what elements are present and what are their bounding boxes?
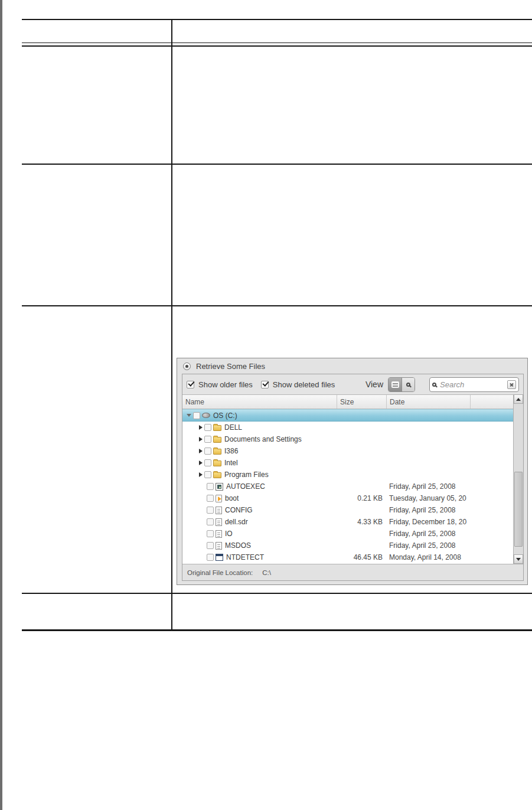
- list-item[interactable]: dell.sdr4.33 KBFriday, December 18, 20: [182, 516, 513, 528]
- list-item[interactable]: DELL: [182, 422, 513, 433]
- list-item[interactable]: boot0.21 KBTuesday, January 05, 20: [182, 492, 513, 504]
- status-value: C:\: [262, 569, 271, 576]
- collapse-arrow-icon[interactable]: [199, 425, 203, 430]
- file-name: DELL: [224, 423, 337, 432]
- drive-icon: [202, 413, 210, 418]
- column-header-date[interactable]: Date: [386, 395, 470, 409]
- scrollbar-thumb[interactable]: [514, 472, 523, 547]
- show-deleted-label: Show deleted files: [273, 380, 335, 389]
- system-icon: [216, 483, 223, 491]
- text-icon: [216, 542, 222, 550]
- expand-arrow-icon[interactable]: [187, 414, 191, 417]
- window-icon: [216, 554, 223, 561]
- file-date: Monday, April 14, 2008: [386, 553, 470, 561]
- collapse-arrow-icon[interactable]: [199, 472, 203, 477]
- search-input[interactable]: [439, 380, 505, 390]
- status-bar: Original File Location: C:\: [182, 564, 523, 580]
- scroll-down-icon: [516, 558, 521, 561]
- file-date: Friday, April 25, 2008: [386, 541, 470, 550]
- row-checkbox[interactable]: [207, 495, 214, 502]
- show-older-checkbox[interactable]: [187, 381, 194, 388]
- text-icon: [216, 530, 222, 538]
- list-item[interactable]: OS (C:): [182, 409, 513, 422]
- page-edge-bar: [0, 0, 2, 810]
- row-checkbox[interactable]: [207, 507, 214, 514]
- list-main: Name Size Date OS (C:)DELLDocuments and …: [182, 394, 513, 564]
- collapse-arrow-icon[interactable]: [199, 449, 203, 453]
- scroll-down-button[interactable]: [514, 554, 523, 564]
- row-checkbox[interactable]: [204, 424, 211, 431]
- row-checkbox[interactable]: [193, 412, 200, 419]
- list-item[interactable]: MSDOSFriday, April 25, 2008: [182, 540, 513, 551]
- file-date: Friday, April 25, 2008: [386, 482, 470, 491]
- folder-icon: [213, 449, 221, 455]
- search-view-button[interactable]: [402, 378, 414, 391]
- list-item[interactable]: Documents and Settings: [182, 433, 513, 445]
- row-checkbox[interactable]: [207, 483, 214, 490]
- list-area: Name Size Date OS (C:)DELLDocuments and …: [182, 394, 523, 564]
- file-date: Tuesday, January 05, 20: [386, 494, 470, 502]
- folder-icon: [213, 425, 221, 431]
- magnifier-icon: [406, 383, 410, 387]
- list-item[interactable]: CONFIGFriday, April 25, 2008: [182, 504, 513, 516]
- list-item[interactable]: Program Files: [182, 469, 513, 481]
- clear-search-button[interactable]: [507, 380, 516, 389]
- row-checkbox[interactable]: [204, 436, 211, 443]
- search-box: [429, 377, 519, 392]
- table-rule: [22, 45, 532, 47]
- column-header-name[interactable]: Name: [182, 395, 337, 409]
- row-checkbox[interactable]: [204, 471, 211, 478]
- scrollbar: [513, 394, 523, 564]
- list-view-icon: [391, 381, 399, 388]
- list-item[interactable]: NTDETECT46.45 KBMonday, April 14, 2008: [182, 551, 513, 563]
- table-rule: [22, 305, 532, 306]
- manual-page: Retrieve Some Files Show older files Sho…: [0, 0, 532, 810]
- collapse-arrow-icon[interactable]: [199, 437, 203, 442]
- table-rule: [22, 593, 532, 594]
- panel-title-row: Retrieve Some Files: [177, 358, 527, 374]
- file-date: Friday, April 25, 2008: [386, 530, 470, 538]
- table-rule: [22, 43, 532, 43]
- list-item[interactable]: I386: [182, 445, 513, 457]
- file-date: Friday, December 18, 20: [386, 518, 470, 526]
- list-item[interactable]: Intel: [182, 457, 513, 469]
- panel-title: Retrieve Some Files: [196, 362, 265, 371]
- file-name: MSDOS: [225, 541, 337, 550]
- scroll-up-button[interactable]: [514, 394, 523, 404]
- row-checkbox[interactable]: [207, 530, 214, 537]
- list-item[interactable]: IOFriday, April 25, 2008: [182, 528, 513, 540]
- row-checkbox[interactable]: [207, 542, 214, 549]
- file-name: dell.sdr: [225, 518, 337, 526]
- scrollbar-track[interactable]: [514, 404, 523, 554]
- column-header-size[interactable]: Size: [337, 395, 386, 409]
- row-checkbox[interactable]: [207, 554, 214, 561]
- folder-icon: [213, 437, 221, 443]
- filter-toolbar: Show older files Show deleted files View: [182, 374, 523, 394]
- retrieve-files-panel: Retrieve Some Files Show older files Sho…: [177, 358, 528, 585]
- panel-body: Show older files Show deleted files View: [182, 374, 524, 581]
- folder-icon: [213, 460, 221, 466]
- file-name: I386: [224, 447, 337, 455]
- file-name: Documents and Settings: [224, 435, 337, 443]
- collapse-arrow-icon[interactable]: [199, 460, 203, 465]
- status-label: Original File Location:: [187, 569, 253, 576]
- file-size: 4.33 KB: [337, 518, 386, 526]
- list-item[interactable]: AUTOEXECFriday, April 25, 2008: [182, 481, 513, 492]
- column-header-extra[interactable]: [470, 395, 513, 409]
- row-checkbox[interactable]: [204, 459, 211, 466]
- boot-icon: [216, 495, 222, 502]
- radio-selected-icon[interactable]: [183, 362, 191, 370]
- file-tree: OS (C:)DELLDocuments and SettingsI386Int…: [182, 409, 513, 564]
- file-name: Intel: [224, 459, 337, 467]
- row-checkbox[interactable]: [204, 448, 211, 455]
- column-header-row: Name Size Date: [182, 394, 513, 409]
- scroll-up-icon: [516, 398, 521, 401]
- file-name: boot: [225, 494, 337, 502]
- list-view-button[interactable]: [389, 378, 402, 391]
- show-deleted-checkbox[interactable]: [261, 381, 269, 388]
- file-name: IO: [225, 530, 337, 538]
- file-size: 46.45 KB: [337, 553, 386, 561]
- row-checkbox[interactable]: [207, 518, 214, 525]
- file-name: CONFIG: [225, 506, 337, 514]
- file-date: Friday, April 25, 2008: [386, 506, 470, 514]
